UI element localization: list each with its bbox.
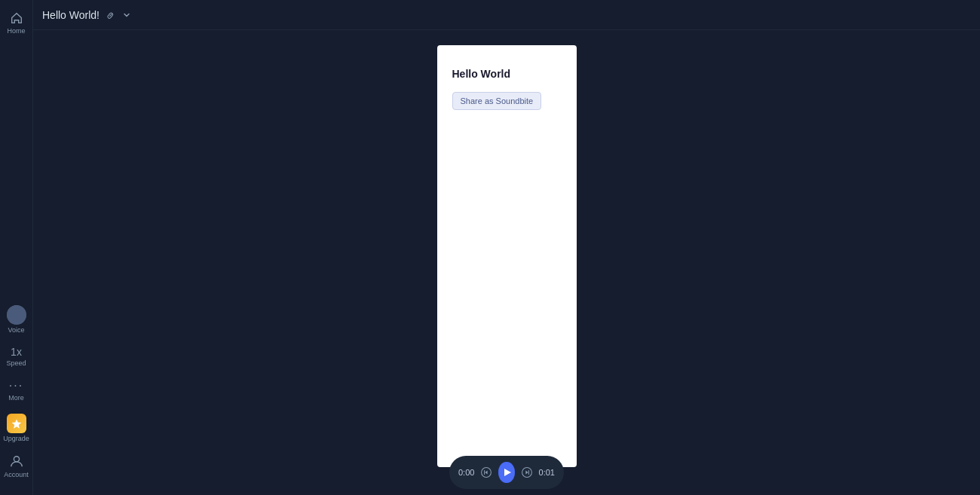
sidebar-item-home[interactable]: Home: [0, 6, 33, 39]
account-label: Account: [4, 471, 29, 478]
document-card: Hello World Share as Soundbite: [437, 45, 577, 467]
sidebar-item-voice[interactable]: Voice: [0, 301, 33, 338]
rewind-button[interactable]: [480, 466, 492, 478]
voice-label: Voice: [8, 326, 24, 334]
svg-point-1: [14, 457, 19, 462]
play-icon: [504, 469, 511, 476]
document-title: Hello World: [452, 68, 562, 80]
topbar-title: Hello World!: [42, 9, 100, 21]
main-area: Hello World! Hello World Share as Soundb…: [33, 0, 980, 495]
sidebar-item-more[interactable]: ··· More: [0, 374, 33, 406]
topbar: Hello World!: [33, 0, 980, 30]
sidebar-item-upgrade[interactable]: Upgrade: [0, 409, 33, 447]
home-icon: [9, 11, 24, 26]
content-area: Hello World Share as Soundbite 0:00: [33, 30, 980, 495]
speed-label: Speed: [6, 359, 26, 367]
voice-avatar: [7, 305, 26, 325]
audio-player: 0:00 0:01: [449, 456, 564, 489]
dropdown-arrow-icon[interactable]: [122, 11, 131, 20]
link-icon[interactable]: [106, 10, 116, 20]
sidebar-item-account[interactable]: Account: [0, 450, 33, 483]
start-time: 0:00: [458, 468, 474, 477]
speed-value: 1x: [11, 346, 22, 358]
forward-button[interactable]: [521, 466, 533, 478]
home-label: Home: [7, 27, 25, 35]
share-as-soundbite-button[interactable]: Share as Soundbite: [452, 92, 542, 110]
sidebar-item-speed[interactable]: 1x Speed: [0, 341, 33, 371]
upgrade-label: Upgrade: [3, 435, 29, 442]
account-icon: [10, 454, 23, 469]
svg-marker-0: [11, 419, 21, 428]
more-icon: ···: [9, 379, 23, 393]
end-time: 0:01: [539, 468, 555, 477]
sidebar: Home Voice 1x Speed ··· More: [0, 0, 33, 495]
more-label: More: [8, 394, 24, 402]
upgrade-icon: [7, 414, 26, 433]
play-button[interactable]: [498, 462, 514, 483]
